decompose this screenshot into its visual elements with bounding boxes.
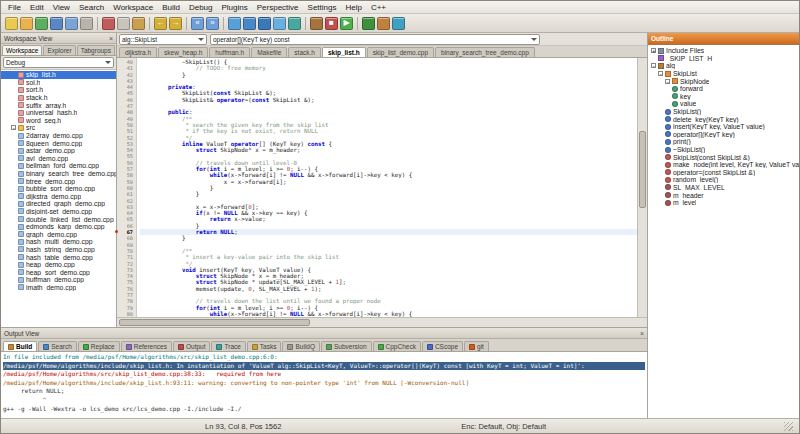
file-hash-table-demo-cpp[interactable]: hash_table_demo.cpp	[1, 253, 116, 261]
file-edmonds-karp-demo-cpp[interactable]: edmonds_karp_demo.cpp	[1, 223, 116, 231]
symbol-alg[interactable]: -alg	[648, 62, 800, 70]
menu-item-settings[interactable]: Settings	[304, 3, 341, 12]
file-directed-graph-demo-cpp[interactable]: directed_graph_demo.cpp	[1, 200, 116, 208]
log-line[interactable]: g++ -g -Wall -Wextra -o lcs_demo src/lcs…	[3, 405, 645, 414]
log-line[interactable]: ^	[3, 396, 645, 405]
output-close-icon[interactable]: ×	[640, 330, 644, 337]
new-file-icon[interactable]	[5, 17, 18, 30]
menu-item-file[interactable]: File	[4, 3, 25, 12]
build-icon[interactable]	[310, 17, 323, 30]
output-tab-cppcheck[interactable]: CppCheck	[373, 341, 421, 351]
file-skip-list-h[interactable]: skip_list.h	[1, 71, 116, 79]
workspace-close-icon[interactable]: ×	[109, 35, 113, 42]
symbol-sl-max-level[interactable]: SL_MAX_LEVEL	[648, 184, 800, 192]
stop-build-icon[interactable]: ■	[325, 17, 338, 30]
editor-tab-skip-list-demo-cpp[interactable]: skip_list_demo.cpp	[367, 47, 434, 57]
line-number-gutter[interactable]: 4041424344454647484950515253545556575859…	[117, 58, 137, 317]
symbol-value[interactable]: value	[648, 100, 800, 108]
symbol-tree[interactable]: +Include Files_SKIP_LIST_H_-alg-SkipList…	[648, 45, 800, 418]
file-graph-demo-cpp[interactable]: graph_demo.cpp	[1, 230, 116, 238]
scrollbar-thumb[interactable]	[119, 319, 310, 326]
collapse-icon[interactable]: -	[658, 71, 663, 76]
find-icon[interactable]	[228, 17, 241, 30]
file-stack-h[interactable]: stack.h	[1, 94, 116, 102]
symbol-forward[interactable]: forward	[648, 85, 800, 93]
log-line[interactable]: /media/psf/Home/algorithms/src/skip_list…	[3, 370, 645, 379]
build-log[interactable]: In file included from /media/psf/Home/al…	[1, 352, 647, 418]
cut-icon[interactable]	[102, 17, 115, 30]
file-2darray-demo-cpp[interactable]: 2darray_demo.cpp	[1, 132, 116, 140]
file-word-seg-h[interactable]: word_seg.h	[1, 117, 116, 125]
editor-vertical-scrollbar[interactable]	[637, 58, 647, 317]
symbol-random-level[interactable]: random_level()	[648, 176, 800, 184]
output-tab-trace[interactable]: Trace	[211, 341, 245, 351]
editor-tab-binary-search-tree-demo-cpp[interactable]: binary_search_tree_demo.cpp	[435, 47, 535, 57]
bookmark-icon[interactable]	[392, 17, 405, 30]
output-tab-build[interactable]: Build	[3, 341, 37, 351]
workspace-tab-tabgroups[interactable]: Tabgroups	[77, 45, 115, 55]
find-replace-icon[interactable]	[243, 17, 256, 30]
file-heap-sort-demo-cpp[interactable]: heap_sort_demo.cpp	[1, 268, 116, 276]
log-line[interactable]: /media/psf/Home/algorithms/include/skip_…	[3, 362, 645, 371]
run-icon[interactable]: ▶	[340, 17, 353, 30]
workspace-tab-explorer[interactable]: Explorer	[43, 45, 75, 55]
scrollbar-thumb[interactable]	[639, 131, 646, 209]
output-tab-buildq[interactable]: BuildQ	[282, 341, 320, 351]
reload-file-icon[interactable]	[35, 17, 48, 30]
menu-item-help[interactable]: Help	[341, 3, 365, 12]
symbol-insert-keyt-key-valuet-value[interactable]: insert(KeyT key, ValueT value)	[648, 123, 800, 131]
copy-icon[interactable]	[117, 17, 130, 30]
file-src[interactable]: -src	[1, 124, 116, 132]
collapse-icon[interactable]: -	[651, 63, 656, 68]
undo-icon[interactable]: ←	[154, 17, 167, 30]
menu-item-workspace[interactable]: Workspace	[109, 3, 157, 12]
symbol-skiplist[interactable]: -SkipList	[648, 70, 800, 78]
editor-horizontal-scrollbar[interactable]	[117, 317, 647, 327]
output-tab-replace[interactable]: Replace	[78, 341, 120, 351]
output-tab-references[interactable]: References	[121, 341, 172, 351]
symbol-skiplist[interactable]: ~SkipList()	[648, 146, 800, 154]
highlight-word-icon[interactable]	[288, 17, 301, 30]
close-file-icon[interactable]	[80, 17, 93, 30]
collapse-icon[interactable]: -	[665, 79, 670, 84]
open-file-icon[interactable]	[20, 17, 33, 30]
symbol-key[interactable]: key	[648, 93, 800, 101]
nav-back-icon[interactable]: «	[191, 17, 204, 30]
file-8queen-demo-cpp[interactable]: 8queen_demo.cpp	[1, 139, 116, 147]
editor-tab-stack-h[interactable]: stack.h	[288, 47, 321, 57]
menu-item-search[interactable]: Search	[75, 3, 108, 12]
symbol-skiplist[interactable]: SkipList()	[648, 108, 800, 116]
resize-grip-icon[interactable]	[784, 422, 793, 431]
symbol-operator-const-skiplist[interactable]: operator=(const SkipList &)	[648, 169, 800, 177]
file-btree-demo-cpp[interactable]: btree_demo.cpp	[1, 177, 116, 185]
symbol-operator-keyt-key[interactable]: operator[](KeyT key)	[648, 131, 800, 139]
symbol-make-node-int-level-keyt-key-valuet-value[interactable]: make_node(int level, KeyT key, ValueT va…	[648, 161, 800, 169]
menu-item-debug[interactable]: Debug	[185, 3, 217, 12]
menu-item-build[interactable]: Build	[158, 3, 184, 12]
scope-combo[interactable]: alg::SkipList	[119, 34, 207, 45]
file-binary-search-tree-demo-cpp[interactable]: binary_search_tree_demo.cpp	[1, 170, 116, 178]
menu-item-c[interactable]: C++	[367, 3, 390, 12]
file-tree[interactable]: skip_list.hsol.hsort.hstack.hsuffix_arra…	[1, 70, 116, 327]
symbol-include-files[interactable]: +Include Files	[648, 47, 800, 55]
file-huffman-demo-cpp[interactable]: huffman_demo.cpp	[1, 276, 116, 284]
editor-tab-skew-heap-h[interactable]: skew_heap.h	[158, 47, 208, 57]
find-in-files-icon[interactable]	[258, 17, 271, 30]
symbol-skipnode[interactable]: -SkipNode	[648, 77, 800, 85]
editor-tab-makefile[interactable]: Makefile	[251, 47, 287, 57]
symbol-m-header[interactable]: m_header	[648, 191, 800, 199]
file-suffix-array-h[interactable]: suffix_array.h	[1, 101, 116, 109]
symbol-delete-key-keyt-key[interactable]: delete_key(KeyT key)	[648, 115, 800, 123]
file-disjoint-set-demo-cpp[interactable]: disjoint-set_demo.cpp	[1, 208, 116, 216]
editor-tab-huffman-h[interactable]: huffman.h	[209, 47, 250, 57]
file-sort-h[interactable]: sort.h	[1, 86, 116, 94]
nav-forward-icon[interactable]: »	[206, 17, 219, 30]
output-tab-output[interactable]: Output	[173, 341, 211, 351]
symbol-skiplist-const-skiplist[interactable]: SkipList(const SkipList &)	[648, 153, 800, 161]
log-line[interactable]: In file included from /media/psf/Home/al…	[3, 353, 645, 362]
output-tab-tasks[interactable]: Tasks	[247, 341, 282, 351]
log-line[interactable]: /media/psf/Home/algorithms/include/skip_…	[3, 379, 645, 388]
collapse-icon[interactable]: -	[11, 125, 16, 130]
menu-item-perspective[interactable]: Perspective	[253, 3, 303, 12]
file-double-linked-list-demo-cpp[interactable]: double_linked_list_demo.cpp	[1, 215, 116, 223]
